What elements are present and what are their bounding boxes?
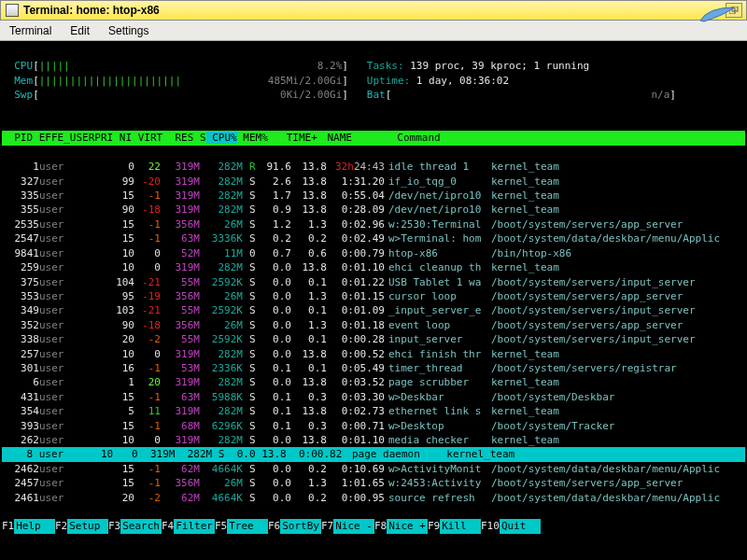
fnkey-F2[interactable]: F2 — [55, 519, 67, 533]
fnlabel-search[interactable]: Search — [120, 519, 162, 533]
process-row[interactable]: 9841 user 10 0 52M 11M 0 0.7 0.6 0:00.79… — [2, 246, 745, 260]
fnkey-F5[interactable]: F5 — [215, 519, 227, 533]
process-row[interactable]: 353 user 95 -19 356M 26M S 0.0 1.3 0:01.… — [2, 289, 745, 303]
fnkey-F9[interactable]: F9 — [428, 519, 440, 533]
fnkey-F3[interactable]: F3 — [108, 519, 120, 533]
function-key-bar: F1Help F2Setup F3SearchF4FilterF5Tree F6… — [2, 519, 745, 533]
process-row[interactable]: 338 user 20 -2 55M 2592K S 0.0 0.1 0:00.… — [2, 332, 745, 346]
fnkey-F7[interactable]: F7 — [321, 519, 333, 533]
process-row[interactable]: 349 user 103 -21 55M 2592K S 0.0 0.1 0:0… — [2, 303, 745, 317]
process-row[interactable]: 431 user 15 -1 63M 5988K S 0.1 0.3 0:03.… — [2, 390, 745, 404]
fnkey-F10[interactable]: F10 — [481, 519, 500, 533]
process-row[interactable]: 2462 user 15 -1 62M 4664K S 0.0 0.2 0:10… — [2, 462, 745, 476]
process-row[interactable]: 262 user 10 0 319M 282M S 0.0 13.8 0:01.… — [2, 433, 745, 447]
window-title: Terminal: home: htop-x86 — [23, 4, 726, 17]
process-row[interactable]: 259 user 10 0 319M 282M S 0.0 13.8 0:01.… — [2, 260, 745, 274]
process-row[interactable]: 335 user 15 -1 319M 282M S 1.7 13.8 0:55… — [2, 189, 745, 203]
process-row[interactable]: 352 user 90 -18 356M 26M S 0.0 1.3 0:01.… — [2, 318, 745, 332]
fnkey-F6[interactable]: F6 — [268, 519, 280, 533]
process-row[interactable]: 355 user 90 -18 319M 282M S 0.9 13.8 0:2… — [2, 203, 745, 217]
process-row[interactable]: 6 user 1 20 319M 282M S 0.0 13.8 0:03.52… — [2, 375, 745, 389]
process-row[interactable]: 2457 user 15 -1 356M 26M S 0.0 1.3 1:01.… — [2, 476, 745, 490]
menu-terminal[interactable]: Terminal — [0, 21, 61, 40]
process-row[interactable]: 301 user 16 -1 53M 2336K S 0.1 0.1 0:05.… — [2, 361, 745, 375]
process-header[interactable]: PID EFFE_USERPRI NI VIRT RES S CPU% MEM%… — [2, 131, 745, 145]
window-titlebar[interactable]: Terminal: home: htop-x86 — [0, 0, 747, 21]
terminal-output[interactable]: CPU[||||| 8.2%] Tasks: 139 proc, 39 kpro… — [0, 41, 747, 560]
fnlabel-nice -[interactable]: Nice - — [333, 519, 374, 533]
process-row[interactable]: 1 user 0 22 319M 282M R 91.6 13.832h24:4… — [2, 160, 745, 174]
process-row[interactable]: 375 user 104 -21 55M 2592K S 0.0 0.1 0:0… — [2, 275, 745, 289]
fnlabel-quit[interactable]: Quit — [500, 519, 541, 533]
menu-settings[interactable]: Settings — [99, 21, 158, 40]
fnlabel-nice +[interactable]: Nice + — [387, 519, 428, 533]
process-row-selected[interactable]: 8 user 10 0 319M 282M S 0.0 13.8 0:00.82… — [2, 447, 745, 461]
process-row[interactable]: 393 user 15 -1 68M 6296K S 0.1 0.3 0:00.… — [2, 419, 745, 433]
process-row[interactable]: 327 user 99 -20 319M 282M S 2.6 13.8 1:3… — [2, 175, 745, 189]
process-row[interactable]: 2461 user 20 -2 62M 4664K S 0.0 0.2 0:00… — [2, 491, 745, 505]
feather-icon — [698, 6, 736, 24]
fnlabel-filter[interactable]: Filter — [174, 519, 215, 533]
fnlabel-tree[interactable]: Tree — [227, 519, 268, 533]
process-row[interactable]: 354 user 5 11 319M 282M S 0.1 13.8 0:02.… — [2, 404, 745, 418]
fnlabel-help[interactable]: Help — [14, 519, 55, 533]
fnlabel-setup[interactable]: Setup — [67, 519, 108, 533]
menu-edit[interactable]: Edit — [61, 21, 99, 40]
process-row[interactable]: 2547 user 15 -1 63M 3336K S 0.2 0.2 0:02… — [2, 231, 745, 245]
process-row[interactable]: 2535 user 15 -1 356M 26M S 1.2 1.3 0:02.… — [2, 217, 745, 231]
fnkey-F4[interactable]: F4 — [162, 519, 174, 533]
app-icon — [6, 4, 19, 17]
fnkey-F8[interactable]: F8 — [374, 519, 387, 533]
fnlabel-sortby[interactable]: SortBy — [280, 519, 321, 533]
process-row[interactable]: 257 user 10 0 319M 282M S 0.0 13.8 0:00.… — [2, 347, 745, 361]
fnlabel-kill[interactable]: Kill — [440, 519, 481, 533]
fnkey-F1[interactable]: F1 — [2, 519, 14, 533]
menubar: Terminal Edit Settings — [0, 21, 747, 41]
